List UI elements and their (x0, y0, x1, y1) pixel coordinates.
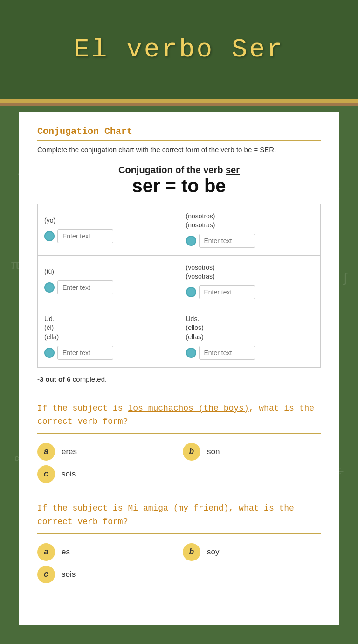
option-a-text: eres (62, 447, 77, 456)
option2-a[interactable]: a es (37, 543, 175, 561)
question1-options-grid: a eres b son (37, 443, 321, 461)
teal-dot (44, 348, 55, 358)
cell-nosotros: (nosotros)(nosotras) (179, 204, 321, 255)
cell-el: Ud.(él)(ella) (38, 307, 179, 367)
option-c-text: sois (62, 469, 76, 479)
input-nosotros[interactable] (199, 234, 255, 248)
table-row: (yo) (nosotros)(nosotras) (38, 204, 321, 255)
option2-b-circle: b (183, 543, 200, 561)
completion-status: -3 out of 6 completed. (37, 375, 321, 383)
table-row: (tú) (vosotros)(vosotras) (38, 255, 321, 307)
subject-vosotros: (vosotros)(vosotras) (186, 263, 314, 281)
input-row-nosotros (186, 234, 314, 248)
conjugation-chart-section: Conjugation Chart Complete the conjugati… (37, 126, 321, 383)
cell-yo: (yo) (38, 204, 179, 255)
subject-el: Ud.(él)(ella) (44, 315, 172, 342)
teal-dot (44, 231, 55, 241)
chalkboard-header: El verbo Ser (0, 0, 358, 103)
input-vosotros[interactable] (199, 285, 255, 299)
input-row-tu (44, 280, 172, 294)
option2-c-text: sois (62, 570, 76, 579)
cell-tu: (tú) (38, 255, 179, 307)
teal-dot (186, 348, 196, 358)
question1-divider (37, 433, 321, 434)
conjugation-table: (yo) (nosotros)(nosotras) (37, 204, 321, 368)
question1-section: If the subject is los muchachos (the boy… (37, 402, 321, 483)
question1-text: If the subject is los muchachos (the boy… (37, 402, 321, 429)
verb-title: Conjugation of the verb ser (37, 165, 321, 175)
input-row-vosotros (186, 285, 314, 299)
input-ellos[interactable] (199, 346, 255, 360)
subject-yo: (yo) (44, 216, 172, 225)
section-description: Complete the conjugation chart with the … (37, 145, 321, 155)
page-title: El verbo Ser (74, 35, 284, 64)
subject-tu: (tú) (44, 267, 172, 277)
question1-subject: los muchachos (the boys) (128, 404, 248, 413)
question2-section: If the subject is Mi amiga (my friend), … (37, 502, 321, 583)
conjugation-heading: Conjugation of the verb ser ser = to be (37, 165, 321, 196)
question2-divider (37, 533, 321, 534)
teal-dot (186, 287, 196, 297)
cell-ellos: Uds.(ellos)(ellas) (179, 307, 321, 367)
option-c[interactable]: c sois (37, 465, 321, 483)
option-c-circle: c (37, 465, 55, 483)
main-content: Conjugation Chart Complete the conjugati… (19, 112, 339, 625)
option2-a-circle: a (37, 543, 55, 561)
question2-options-grid: a es b soy (37, 543, 321, 561)
input-tu[interactable] (57, 280, 113, 294)
option2-c[interactable]: c sois (37, 566, 321, 583)
question2-text: If the subject is Mi amiga (my friend), … (37, 502, 321, 529)
completion-text: completed. (73, 375, 107, 383)
subject-nosotros: (nosotros)(nosotras) (186, 212, 314, 230)
input-row-el (44, 346, 172, 360)
input-row-yo (44, 229, 172, 243)
option2-b-text: soy (207, 547, 219, 557)
option-b-circle: b (183, 443, 200, 461)
input-yo[interactable] (57, 229, 113, 243)
cell-vosotros: (vosotros)(vosotras) (179, 255, 321, 307)
subject-ellos: Uds.(ellos)(ellas) (186, 315, 314, 342)
option2-b[interactable]: b soy (183, 543, 321, 561)
input-el[interactable] (57, 346, 113, 360)
verb-underline: ser (226, 165, 240, 175)
option-b[interactable]: b son (183, 443, 321, 461)
teal-dot (186, 236, 196, 246)
question2-subject: Mi amiga (my friend) (128, 504, 228, 513)
option-b-text: son (207, 447, 220, 456)
section-title: Conjugation Chart (37, 126, 321, 141)
table-row: Ud.(él)(ella) Uds.(ellos)(ellas) (38, 307, 321, 367)
teal-dot (44, 282, 55, 293)
option-a-circle: a (37, 443, 55, 461)
completion-number: -3 out of 6 (37, 375, 71, 383)
input-row-ellos (186, 346, 314, 360)
verb-meaning: ser = to be (37, 175, 321, 196)
option2-a-text: es (62, 547, 70, 557)
option-a[interactable]: a eres (37, 443, 175, 461)
option2-c-circle: c (37, 566, 55, 583)
